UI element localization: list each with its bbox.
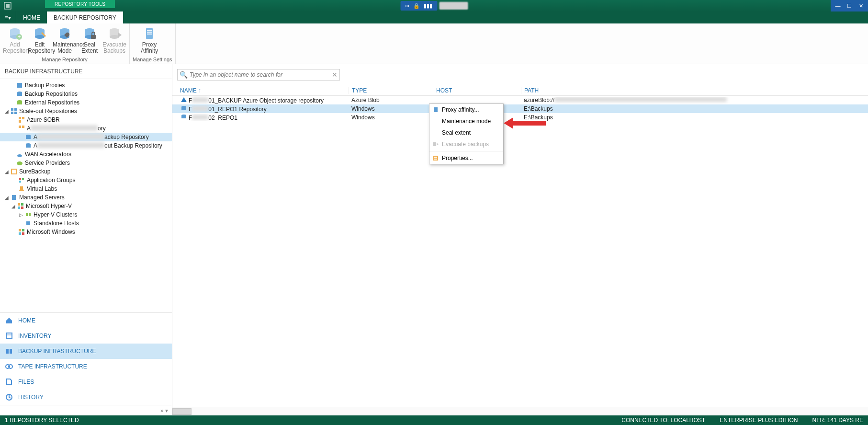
svg-rect-76: [433, 156, 438, 161]
status-selection: 1 REPOSITORY SELECTED: [5, 417, 79, 424]
horizontal-scrollbar[interactable]: [172, 407, 868, 415]
column-path[interactable]: PATH: [521, 87, 868, 94]
svg-rect-33: [11, 112, 13, 114]
svg-rect-25: [147, 34, 152, 34]
ext-repo-icon: [15, 99, 24, 106]
cluster-icon: [24, 211, 33, 218]
svg-text:+: +: [17, 34, 21, 40]
tree-azure-sobr[interactable]: Azure SOBR: [0, 115, 172, 124]
nav-files[interactable]: FILES: [0, 374, 172, 390]
menu-proxy-affinity[interactable]: Proxy affinity...: [429, 104, 503, 115]
collapse-icon[interactable]: ◢: [11, 204, 16, 209]
svg-rect-73: [434, 107, 438, 112]
tree-virtual-labs[interactable]: Virtual Labs: [0, 184, 172, 193]
search-icon: 🔍: [180, 71, 188, 79]
nav-inventory[interactable]: INVENTORY: [0, 328, 172, 344]
svg-rect-43: [26, 144, 31, 148]
properties-icon: [429, 155, 442, 161]
maximize-button[interactable]: ☐: [846, 2, 853, 9]
svg-rect-55: [29, 213, 31, 216]
content: 🔍 ✕ NAME ↑ TYPE HOST PATH F 01_BACKUP Az…: [172, 64, 868, 415]
sidebar-nav: HOME INVENTORY BACKUP INFRASTRUCTURE TAP…: [0, 312, 172, 405]
nav-home[interactable]: HOME: [0, 313, 172, 328]
file-menu-button[interactable]: ≡▾: [0, 11, 16, 23]
svg-rect-31: [11, 108, 13, 111]
host-icon: [24, 219, 33, 227]
clear-search-button[interactable]: ✕: [332, 71, 338, 79]
menu-maintenance-mode[interactable]: Maintenance mode: [429, 115, 503, 127]
column-type[interactable]: TYPE: [349, 87, 433, 94]
context-menu: Proxy affinity... Maintenance mode Seal …: [429, 103, 504, 164]
tree-external-repositories[interactable]: External Repositories: [0, 98, 172, 107]
nav-history[interactable]: HISTORY: [0, 390, 172, 405]
nav-backup-infrastructure[interactable]: BACKUP INFRASTRUCTURE: [0, 344, 172, 359]
menu-properties[interactable]: Properties...: [429, 152, 503, 164]
svg-rect-35: [19, 117, 21, 119]
search-input[interactable]: [188, 71, 332, 78]
wan-icon: [15, 150, 24, 158]
menu-seal-extent[interactable]: Seal extent: [429, 127, 503, 138]
tree-sobr-item[interactable]: A out Backup Repository: [0, 141, 172, 150]
svg-rect-57: [19, 229, 21, 231]
lock-icon: 🔒: [413, 3, 420, 9]
svg-rect-41: [26, 136, 31, 139]
nav-overflow[interactable]: » ▾: [0, 405, 172, 415]
collapse-icon[interactable]: ◢: [4, 195, 10, 200]
tab-backup-repository[interactable]: BACKUP REPOSITORY: [47, 11, 123, 23]
svg-rect-61: [6, 333, 12, 339]
surebackup-icon: [10, 168, 18, 175]
svg-rect-54: [26, 213, 28, 216]
app-icon: [3, 1, 12, 11]
svg-rect-36: [22, 117, 24, 119]
tree-hyperv[interactable]: ◢ Microsoft Hyper-V: [0, 202, 172, 210]
svg-rect-52: [18, 207, 20, 209]
tree-hyperv-clusters[interactable]: ▷ Hyper-V Clusters: [0, 210, 172, 219]
evacuate-icon: [429, 141, 442, 148]
database-evacuate-icon: [102, 25, 126, 42]
tab-home[interactable]: HOME: [16, 11, 47, 23]
tree-standalone-hosts[interactable]: Standalone Hosts: [0, 219, 172, 228]
svg-rect-24: [147, 32, 152, 33]
window-controls: — ☐ ✕: [831, 0, 868, 11]
title-text-blurred: [439, 2, 468, 10]
proxy-affinity-button[interactable]: ProxyAffinity: [133, 24, 166, 54]
minimize-button[interactable]: —: [834, 2, 841, 9]
ribbon-group-manage-repository: + AddRepository EditRepository Maintenan…: [0, 23, 130, 64]
grid-row-selected[interactable]: F 01_REPO1 Repository Windows 01 E:\Back…: [172, 104, 868, 113]
grid-row[interactable]: F 01_BACKUP Azure Object storage reposit…: [172, 96, 868, 104]
tree-ms-windows[interactable]: Microsoft Windows: [0, 228, 172, 236]
svg-rect-64: [10, 349, 12, 354]
tree-sobr-item[interactable]: A ory: [0, 124, 172, 133]
maintenance-mode-button[interactable]: MaintenanceMode: [53, 24, 77, 54]
menu-separator: [429, 151, 503, 151]
server-icon: [10, 194, 18, 201]
scrollbar-thumb[interactable]: [172, 408, 192, 415]
edit-repository-button[interactable]: EditRepository: [28, 24, 52, 54]
collapse-icon[interactable]: ◢: [4, 169, 10, 174]
menu-evacuate-backups: Evacuate backups: [429, 138, 503, 150]
tree-backup-repositories[interactable]: Backup Repositories: [0, 90, 172, 98]
expand-icon[interactable]: ▷: [18, 212, 24, 218]
status-connection: CONNECTED TO: LOCALHOST: [621, 417, 705, 424]
nav-tape-infrastructure[interactable]: TAPE INFRASTRUCTURE: [0, 359, 172, 374]
svg-rect-72: [181, 115, 186, 118]
windows-icon: [17, 228, 26, 236]
svg-rect-39: [22, 126, 24, 128]
seal-extent-button[interactable]: SealExtent: [78, 24, 101, 54]
tree-sobr-item-selected[interactable]: A ackup Repository: [0, 133, 172, 141]
hyperv-icon: [16, 202, 25, 210]
tree-wan-accelerators[interactable]: WAN Accelerators: [0, 150, 172, 159]
tree-scaleout-repositories[interactable]: ◢ Scale-out Repositories: [0, 107, 172, 115]
column-name[interactable]: NAME ↑: [177, 87, 349, 94]
sidebar-title: BACKUP INFRASTRUCTURE: [0, 64, 172, 79]
column-host[interactable]: HOST: [433, 87, 521, 94]
tree-surebackup[interactable]: ◢ SureBackup: [0, 167, 172, 176]
tree-backup-proxies[interactable]: Backup Proxies: [0, 81, 172, 90]
collapse-icon[interactable]: ◢: [4, 109, 10, 114]
repo-icon: [24, 142, 33, 149]
tree-managed-servers[interactable]: ◢ Managed Servers: [0, 193, 172, 202]
tree-service-providers[interactable]: Service Providers: [0, 159, 172, 167]
tree-application-groups[interactable]: Application Groups: [0, 176, 172, 184]
close-button[interactable]: ✕: [857, 2, 864, 9]
svg-rect-50: [18, 203, 20, 206]
